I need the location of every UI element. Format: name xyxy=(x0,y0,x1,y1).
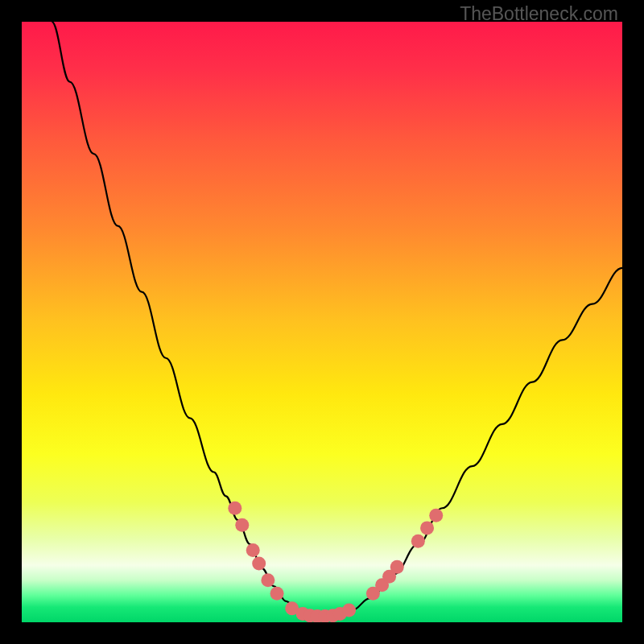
curve-marker xyxy=(228,502,242,515)
curve-marker xyxy=(246,543,260,557)
curve-marker xyxy=(420,521,434,535)
curve-marker xyxy=(390,560,404,574)
chart-frame xyxy=(22,22,622,622)
curve-marker xyxy=(252,556,266,570)
curve-marker xyxy=(429,509,443,522)
curve-marker xyxy=(270,587,284,601)
curve-marker xyxy=(342,604,356,617)
curve-marker xyxy=(411,535,425,548)
chart-background xyxy=(22,22,622,622)
curve-marker xyxy=(235,518,249,532)
watermark-text: TheBottleneck.com xyxy=(460,3,618,25)
bottleneck-chart xyxy=(22,22,622,622)
curve-marker xyxy=(261,573,275,587)
